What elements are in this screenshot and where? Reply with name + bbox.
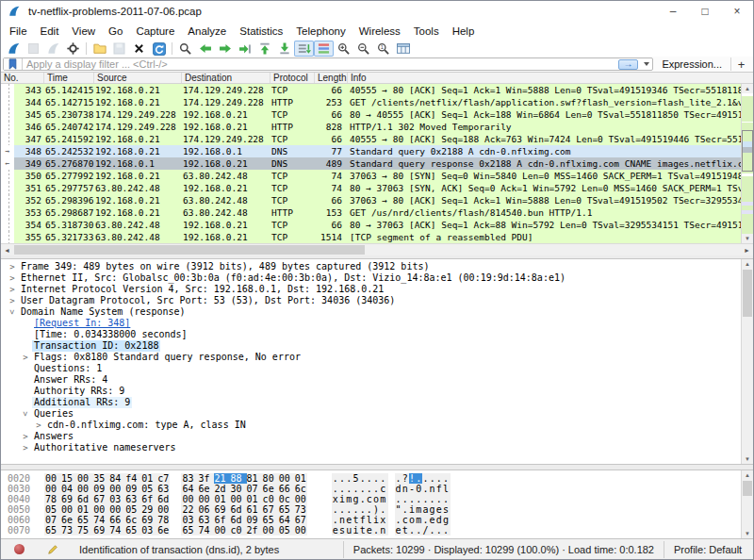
menu-tools[interactable]: Tools <box>407 24 446 39</box>
chevron-right-icon[interactable]: > <box>19 352 32 363</box>
detail-line-5[interactable]: [Request In: 348] <box>1 318 741 329</box>
packet-row-354[interactable]: 35465.31873063.80.242.48192.168.0.21TCP6… <box>1 219 741 231</box>
find-packet-button[interactable] <box>175 41 195 57</box>
chevron-right-icon[interactable]: > <box>19 431 32 442</box>
colorize-button[interactable] <box>314 41 334 57</box>
filter-bookmark-icon[interactable] <box>4 58 23 70</box>
chevron-right-icon[interactable]: > <box>19 442 32 453</box>
display-filter-input[interactable]: Apply a display filter ... <Ctrl-/> <box>23 58 615 70</box>
hscroll-track[interactable] <box>13 244 741 255</box>
chevron-right-icon[interactable]: > <box>6 284 19 295</box>
chevron-down-icon[interactable]: > <box>20 408 31 420</box>
packet-row-355[interactable]: 35565.32173363.80.242.48192.168.0.21TCP1… <box>1 231 741 243</box>
menu-capture[interactable]: Capture <box>129 24 181 39</box>
zoom-out-button[interactable] <box>353 41 373 57</box>
detail-line-6[interactable]: [Time: 0.034338000 seconds] <box>1 329 741 340</box>
filter-dropdown-caret[interactable] <box>640 58 652 70</box>
column-header-source[interactable]: Source <box>94 73 182 83</box>
expert-info-icon[interactable] <box>14 544 25 554</box>
zoom-original-button[interactable]: 1 <box>373 41 393 57</box>
hex-row-0020[interactable]: 00200015003584f401c7833f218881800001...5… <box>1 473 741 484</box>
auto-scroll-button[interactable] <box>294 41 314 57</box>
stop-capture-button[interactable] <box>24 41 43 57</box>
detail-line-15[interactable]: >Answers <box>1 431 741 442</box>
restart-capture-button[interactable] <box>43 41 63 57</box>
packet-row-346[interactable]: 34665.240742174.129.249.228192.168.0.21H… <box>1 121 741 133</box>
menu-go[interactable]: Go <box>102 24 129 39</box>
hex-row-0070[interactable]: 0070657375697465036e657400c02f000500esui… <box>1 525 741 535</box>
detail-line-10[interactable]: Answer RRs: 4 <box>1 374 741 386</box>
profile-text[interactable]: Profile: Default <box>664 541 753 558</box>
packet-row-344[interactable]: 34465.142715192.168.0.21174.129.249.228H… <box>1 96 741 108</box>
packet-map[interactable] <box>742 93 753 234</box>
detail-line-9[interactable]: Questions: 1 <box>1 363 741 374</box>
hex-row-0050[interactable]: 005005000100000529002206696d61676573....… <box>1 504 741 515</box>
menu-view[interactable]: View <box>65 24 102 39</box>
add-filter-button[interactable]: + <box>730 58 751 71</box>
resize-columns-button[interactable] <box>393 41 413 57</box>
menu-help[interactable]: Help <box>446 24 482 39</box>
detail-line-2[interactable]: >Internet Protocol Version 4, Src: 192.1… <box>1 284 741 295</box>
packet-list-hscrollbar[interactable]: ◄ ► <box>1 243 753 255</box>
go-to-packet-button[interactable] <box>235 41 254 57</box>
maximize-button[interactable]: □ <box>689 1 721 22</box>
reload-file-button[interactable] <box>149 41 169 57</box>
menu-edit[interactable]: Edit <box>34 24 66 39</box>
chevron-right-icon[interactable]: > <box>6 295 19 306</box>
close-window-button[interactable]: × <box>721 1 753 22</box>
scroll-up-icon[interactable]: ▲ <box>742 470 753 480</box>
packet-row-347[interactable]: 34765.241592192.168.0.21174.129.249.228T… <box>1 133 741 145</box>
scroll-down-icon[interactable]: ▼ <box>742 234 753 243</box>
menu-analyze[interactable]: Analyze <box>181 24 233 39</box>
scroll-down-icon[interactable]: ▼ <box>742 454 753 464</box>
capture-comment-icon[interactable] <box>47 544 58 555</box>
hex-row-0040[interactable]: 004078696d6703636f6d0000010001c00c00ximg… <box>1 494 741 504</box>
detail-line-13[interactable]: >Queries <box>1 408 741 420</box>
detail-line-7[interactable]: Transaction ID: 0x2188 <box>1 340 741 352</box>
chevron-right-icon[interactable]: > <box>32 420 45 431</box>
column-header-info[interactable]: Info <box>348 73 753 83</box>
scroll-left-icon[interactable]: ◄ <box>1 247 13 254</box>
hex-row-0060[interactable]: 0060076e6574666c697803636f6d09656467.net… <box>1 515 741 525</box>
detail-line-4[interactable]: >Domain Name System (response) <box>1 306 741 318</box>
detail-line-3[interactable]: >User Datagram Protocol, Src Port: 53 (5… <box>1 295 741 306</box>
go-back-button[interactable] <box>195 41 215 57</box>
close-file-button[interactable] <box>129 41 149 57</box>
zoom-in-button[interactable] <box>334 41 353 57</box>
details-scroll-thumb[interactable] <box>743 270 752 317</box>
packet-row-345[interactable]: 34565.230738174.129.249.228192.168.0.21T… <box>1 108 741 121</box>
packet-row-353[interactable]: 35365.298687192.168.0.2163.80.242.48HTTP… <box>1 206 741 219</box>
scroll-up-icon[interactable]: ▲ <box>742 84 753 93</box>
column-header-protocol[interactable]: Protocol <box>270 73 315 83</box>
packet-row-350[interactable]: 35065.277992192.168.0.2163.80.242.48TCP7… <box>1 170 741 182</box>
scroll-up-icon[interactable]: ▲ <box>742 259 753 269</box>
detail-line-0[interactable]: >Frame 349: 489 bytes on wire (3912 bits… <box>1 261 741 272</box>
menu-file[interactable]: File <box>3 24 34 39</box>
save-file-button[interactable] <box>109 41 129 57</box>
capture-options-button[interactable] <box>63 41 83 57</box>
packet-row-351[interactable]: 35165.29775763.80.242.48192.168.0.21TCP7… <box>1 182 741 194</box>
scroll-right-icon[interactable]: ► <box>741 247 753 254</box>
scroll-down-icon[interactable]: ▼ <box>742 529 753 538</box>
packet-row-348[interactable]: →34865.242532192.168.0.21192.168.0.1DNS7… <box>1 145 741 157</box>
bytes-vscrollbar[interactable]: ▲ ▼ <box>741 470 753 538</box>
column-header-destination[interactable]: Destination <box>182 73 270 83</box>
go-forward-button[interactable] <box>215 41 235 57</box>
detail-line-14[interactable]: >cdn-0.nflximg.com: type A, class IN <box>1 420 741 431</box>
start-capture-button[interactable] <box>4 41 24 57</box>
column-header-length[interactable]: Length <box>315 73 348 83</box>
detail-line-8[interactable]: >Flags: 0x8180 Standard query response, … <box>1 352 741 363</box>
detail-line-16[interactable]: >Authoritative nameservers <box>1 442 741 453</box>
column-header-no[interactable]: No. <box>1 73 44 83</box>
packet-list-vscrollbar[interactable]: ▲ ▼ <box>741 84 753 243</box>
packet-row-343[interactable]: 34365.142415192.168.0.21174.129.249.228T… <box>1 84 741 96</box>
packet-row-349[interactable]: ←34965.276870192.168.0.1192.168.0.21DNS4… <box>1 157 741 170</box>
menu-statistics[interactable]: Statistics <box>233 24 289 39</box>
packet-row-352[interactable]: 35265.298396192.168.0.2163.80.242.48TCP6… <box>1 194 741 206</box>
detail-line-12[interactable]: Additional RRs: 9 <box>1 397 741 408</box>
packet-map-viewport[interactable] <box>742 130 753 173</box>
chevron-right-icon[interactable]: > <box>6 261 19 272</box>
bytes-scroll-thumb[interactable] <box>743 481 752 496</box>
chevron-down-icon[interactable]: > <box>7 306 18 318</box>
detail-line-1[interactable]: >Ethernet II, Src: Globalsc_00:3b:0a (f0… <box>1 272 741 284</box>
